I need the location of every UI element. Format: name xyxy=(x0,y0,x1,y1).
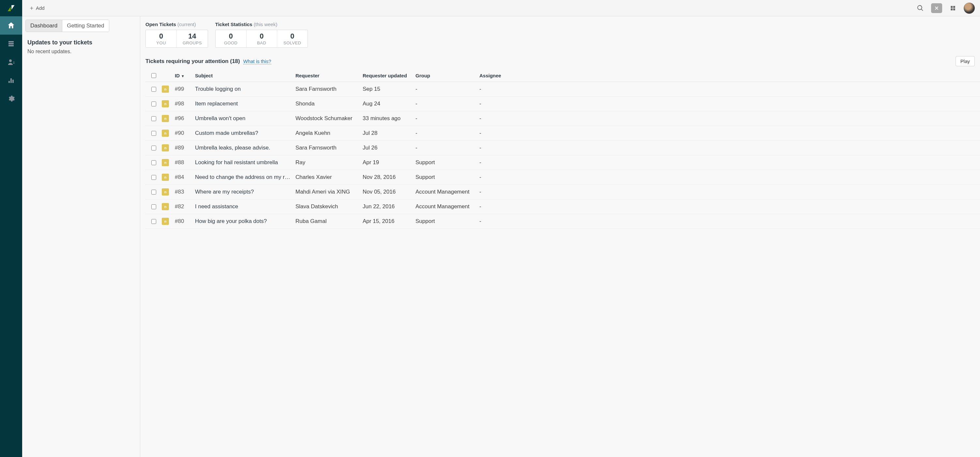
row-checkbox[interactable] xyxy=(151,205,156,209)
play-button[interactable]: Play xyxy=(956,56,975,66)
ticket-updated: Aug 24 xyxy=(363,101,415,107)
stat-value: 0 xyxy=(152,32,170,40)
ticket-row[interactable]: n#98Item replacementShondaAug 24-- xyxy=(145,97,980,111)
nav-customers[interactable] xyxy=(0,53,22,71)
tab-dashboard[interactable]: Dashboard xyxy=(26,20,62,32)
row-checkbox[interactable] xyxy=(151,102,156,106)
ticket-subject: Umbrella won't open xyxy=(195,115,296,122)
header-subject[interactable]: Subject xyxy=(195,73,296,78)
row-checkbox[interactable] xyxy=(151,175,156,180)
ticket-table: ID▼ Subject Requester Requester updated … xyxy=(145,70,980,229)
tabs-row: Dashboard Getting Started xyxy=(22,16,140,32)
stat-box[interactable]: 0YOU xyxy=(146,30,177,47)
nav-admin[interactable] xyxy=(0,89,22,108)
row-checkbox[interactable] xyxy=(151,131,156,136)
header-updated[interactable]: Requester updated xyxy=(363,73,415,78)
ticket-group: - xyxy=(415,145,479,151)
left-panel: Dashboard Getting Started Updates to you… xyxy=(22,16,140,457)
status-chip: n xyxy=(162,189,169,195)
conversations-button[interactable] xyxy=(931,3,942,13)
ticket-row[interactable]: n#99Trouble logging onSara FarnsworthSep… xyxy=(145,82,980,97)
ticket-row[interactable]: n#96Umbrella won't openWoodstock Schumak… xyxy=(145,111,980,126)
app-logo xyxy=(0,0,22,16)
status-cell: n xyxy=(162,86,175,93)
stat-label: BAD xyxy=(253,40,271,45)
stat-value: 0 xyxy=(221,32,240,40)
ticket-subject: Item replacement xyxy=(195,101,296,107)
stat-box[interactable]: 0BAD xyxy=(246,30,277,47)
header-requester[interactable]: Requester xyxy=(296,73,363,78)
open-tickets-boxes: 0YOU14GROUPS xyxy=(145,30,208,48)
ticket-id: #90 xyxy=(175,130,195,136)
search-icon xyxy=(917,5,924,12)
ticket-row[interactable]: n#82I need assistanceSlava DatskevichJun… xyxy=(145,200,980,214)
ticket-row[interactable]: n#90Custom made umbrellas?Angela KuehnJu… xyxy=(145,126,980,141)
ticket-id: #99 xyxy=(175,86,195,93)
row-checkbox[interactable] xyxy=(151,160,156,165)
header-assignee[interactable]: Assignee xyxy=(479,73,980,78)
ticket-subject: Where are my receipts? xyxy=(195,189,296,195)
topbar: Add xyxy=(22,0,980,16)
row-checkbox[interactable] xyxy=(151,190,156,195)
add-button[interactable]: Add xyxy=(27,4,47,12)
ticket-group: Account Management xyxy=(415,189,479,195)
ticket-assignee: - xyxy=(479,174,980,181)
ticket-requester: Woodstock Schumaker xyxy=(296,115,363,122)
tab-getting-started[interactable]: Getting Started xyxy=(62,20,108,32)
ticket-updated: Nov 05, 2016 xyxy=(363,189,415,195)
apps-button[interactable] xyxy=(947,2,959,14)
row-checkbox[interactable] xyxy=(151,145,156,150)
logo-icon xyxy=(6,3,16,13)
nav-views[interactable] xyxy=(0,35,22,53)
stat-box[interactable]: 0SOLVED xyxy=(277,30,307,47)
ticket-group: - xyxy=(415,130,479,136)
ticket-updated: Jul 26 xyxy=(363,145,415,151)
ticket-row[interactable]: n#89Umbrella leaks, please advise.Sara F… xyxy=(145,141,980,155)
header-id[interactable]: ID▼ xyxy=(175,73,195,78)
header-checkbox-cell xyxy=(145,73,162,78)
ticket-requester: Sara Farnsworth xyxy=(296,145,363,151)
ticket-id: #88 xyxy=(175,159,195,166)
avatar[interactable] xyxy=(964,3,975,14)
ticket-row[interactable]: n#84Need to change the address on my re.… xyxy=(145,170,980,185)
status-cell: n xyxy=(162,100,175,107)
nav-home[interactable] xyxy=(0,16,22,35)
open-tickets-group: Open Tickets (current) 0YOU14GROUPS xyxy=(145,22,208,48)
stat-box[interactable]: 0GOOD xyxy=(216,30,246,47)
row-checkbox[interactable] xyxy=(151,219,156,224)
ticket-table-header: ID▼ Subject Requester Requester updated … xyxy=(145,70,980,82)
updates-heading: Updates to your tickets xyxy=(27,39,135,46)
what-is-this-link[interactable]: What is this? xyxy=(243,58,271,64)
ticket-updated: Jun 22, 2016 xyxy=(363,203,415,210)
ticket-assignee: - xyxy=(479,203,980,210)
nav-reporting[interactable] xyxy=(0,71,22,89)
views-icon xyxy=(7,40,15,48)
ticket-subject: I need assistance xyxy=(195,203,296,210)
status-chip: n xyxy=(162,129,169,137)
stat-box[interactable]: 14GROUPS xyxy=(177,30,208,47)
apps-icon xyxy=(950,5,956,11)
row-checkbox-cell xyxy=(145,190,162,195)
search-button[interactable] xyxy=(914,2,926,14)
stat-value: 14 xyxy=(183,32,202,40)
status-cell: n xyxy=(162,159,175,166)
header-group[interactable]: Group xyxy=(415,73,479,78)
ticket-assignee: - xyxy=(479,159,980,166)
stat-label: SOLVED xyxy=(283,40,302,45)
updates-text: No recent updates. xyxy=(27,49,135,54)
ticket-row[interactable]: n#83Where are my receipts?Mahdi Ameri vi… xyxy=(145,185,980,200)
ticket-assignee: - xyxy=(479,145,980,151)
ticket-requester: Charles Xavier xyxy=(296,174,363,181)
status-cell: n xyxy=(162,203,175,210)
select-all-checkbox[interactable] xyxy=(151,73,156,78)
row-checkbox[interactable] xyxy=(151,116,156,121)
ticket-row[interactable]: n#80How big are your polka dots?Ruba Gam… xyxy=(145,214,980,229)
ticket-assignee: - xyxy=(479,86,980,93)
row-checkbox[interactable] xyxy=(151,87,156,92)
ticket-updated: Nov 28, 2016 xyxy=(363,174,415,181)
status-cell: n xyxy=(162,189,175,195)
ticket-id: #84 xyxy=(175,174,195,181)
ticket-subject: Custom made umbrellas? xyxy=(195,130,296,136)
ticket-row[interactable]: n#88Looking for hail resistant umbrellaR… xyxy=(145,155,980,170)
nav-rail xyxy=(0,0,22,457)
